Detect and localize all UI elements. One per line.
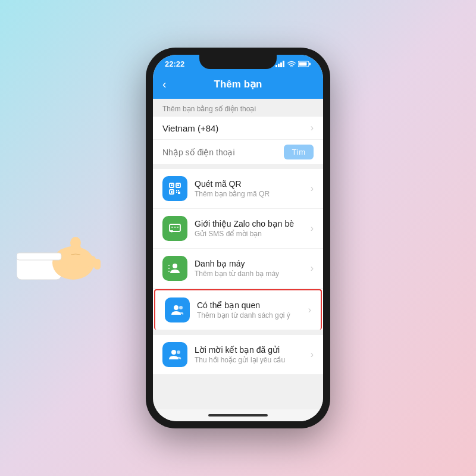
svg-rect-10 [278,64,280,67]
svg-rect-18 [171,184,173,186]
svg-rect-34 [168,271,170,272]
contacts-title: Danh bạ máy [195,259,306,268]
invite-title: Lời mời kết bạn đã gửi [195,345,306,355]
sms-title: Giới thiệu Zalo cho bạn bè [195,219,306,228]
svg-rect-28 [171,227,173,228]
qr-icon [168,182,181,195]
qr-icon-bg [162,176,187,201]
scene: 22:22 [0,0,476,476]
back-button[interactable]: ‹ [162,77,167,91]
svg-point-36 [179,306,183,309]
qr-chevron: › [311,183,314,194]
suggest-chevron: › [308,305,311,315]
phone-frame: 22:22 [146,48,330,428]
svg-point-35 [174,305,178,310]
qr-title: Quét mã QR [195,179,306,189]
svg-rect-16 [299,62,307,66]
country-chevron: › [311,123,314,133]
divider-2 [153,330,323,335]
country-row[interactable]: Vietnam (+84) › [153,117,323,140]
phone-input-row: Tìm [153,140,323,164]
suggest-text: Có thể bạn quen Thêm bạn từ danh sách gợ… [197,300,303,320]
svg-rect-15 [309,63,311,65]
header-title: Thêm bạn [214,78,262,90]
menu-section-2: Lời mời kết bạn đã gửi Thu hồi hoặc gửi … [153,335,323,374]
contacts-icon-bg [162,256,187,281]
find-button[interactable]: Tìm [284,145,314,159]
svg-point-13 [291,67,292,67]
menu-item-qr[interactable]: Quét mã QR Thêm bạn bằng mã QR › [153,169,323,209]
menu-item-contacts[interactable]: Danh bạ máy Thêm bạn từ danh bạ máy › [153,249,323,289]
svg-rect-20 [177,184,179,186]
suggest-icon-bg [165,298,190,322]
svg-rect-33 [168,268,170,269]
home-indicator [153,409,323,421]
contacts-text: Danh bạ máy Thêm bạn từ danh bạ máy [195,259,306,278]
hand-pointer [17,220,118,286]
suggest-icon [171,303,184,317]
invite-icon [168,348,181,361]
svg-rect-25 [176,192,177,193]
section-label: Thêm bạn bằng số điện thoại [153,99,323,117]
svg-rect-22 [171,191,173,193]
contacts-subtitle: Thêm bạn từ danh bạ máy [195,270,306,278]
menu-item-suggest[interactable]: Có thể bạn quen Thêm bạn từ danh sách gợ… [154,289,322,330]
svg-point-38 [177,350,180,354]
svg-rect-23 [176,190,177,191]
sms-chevron: › [311,223,314,234]
svg-rect-11 [280,62,282,67]
qr-text: Quét mã QR Thêm bạn bằng mã QR [195,179,306,198]
invite-text: Lời mời kết bạn đã gửi Thu hồi hoặc gửi … [195,345,306,364]
svg-point-37 [171,350,176,355]
sms-text: Giới thiệu Zalo cho bạn bè Gửi SMS để mờ… [195,219,306,238]
status-time: 22:22 [165,60,184,68]
invite-subtitle: Thu hồi hoặc gửi lại yêu cầu [195,356,306,364]
sms-icon-bg [162,216,187,241]
suggest-title: Có thể bạn quen [197,300,303,310]
suggest-subtitle: Thêm bạn từ danh sách gợi ý [197,311,303,320]
phone-input[interactable] [162,148,278,157]
svg-rect-29 [174,227,176,228]
sms-subtitle: Gửi SMS để mời bạn [195,230,306,238]
divider-1 [153,164,323,169]
svg-rect-26 [178,192,180,194]
wifi-icon [287,61,296,67]
svg-rect-24 [178,190,179,191]
menu-item-invite[interactable]: Lời mời kết bạn đã gửi Thu hồi hoặc gửi … [153,335,323,374]
svg-rect-6 [94,259,101,270]
menu-item-sms[interactable]: Giới thiệu Zalo cho bạn bè Gửi SMS để mờ… [153,209,323,249]
battery-icon [298,61,311,67]
svg-rect-8 [17,253,61,260]
menu-section-1: Quét mã QR Thêm bạn bằng mã QR › [153,169,323,330]
country-section: Vietnam (+84) › Tìm [153,117,323,164]
svg-rect-30 [177,227,178,228]
invite-chevron: › [311,349,314,360]
svg-rect-12 [283,61,284,67]
country-label: Vietnam (+84) [162,123,306,133]
content-area: Thêm bạn bằng số điện thoại Vietnam (+84… [153,99,323,409]
contacts-icon [168,262,181,275]
signal-icon [275,61,285,67]
app-header: ‹ Thêm bạn [153,72,323,99]
phone-screen: 22:22 [153,55,323,421]
sms-icon [168,222,181,235]
svg-rect-32 [168,265,170,266]
svg-rect-4 [81,255,89,268]
qr-subtitle: Thêm bạn bằng mã QR [195,190,306,198]
notch [199,55,277,69]
status-icons [275,61,311,67]
invite-icon-bg [162,342,187,367]
contacts-chevron: › [311,263,314,274]
home-bar [208,414,268,416]
svg-rect-9 [275,65,277,67]
svg-point-31 [173,264,177,268]
svg-point-3 [70,237,81,249]
